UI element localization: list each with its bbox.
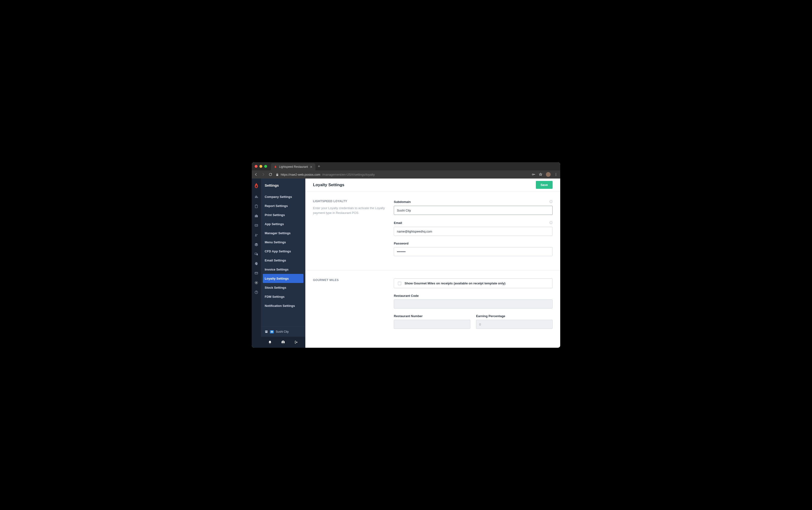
store-icon — [265, 330, 268, 333]
password-input[interactable] — [394, 247, 553, 256]
svg-point-15 — [256, 293, 256, 293]
svg-point-13 — [256, 282, 257, 283]
page-title: Loyalty Settings — [313, 183, 344, 187]
svg-point-17 — [283, 341, 284, 342]
clipboard-icon[interactable] — [254, 204, 258, 208]
dashboard-icon[interactable] — [254, 195, 258, 199]
tab-close-button[interactable]: ✕ — [310, 165, 313, 169]
users-icon[interactable] — [254, 233, 258, 237]
restaurant-code-label: Restaurant Code — [394, 294, 419, 298]
restaurant-number-input — [394, 320, 470, 329]
password-label: Password — [394, 242, 408, 245]
svg-point-9 — [257, 234, 258, 235]
flame-icon — [274, 165, 277, 169]
svg-point-1 — [556, 173, 556, 174]
window-fullscreen-button[interactable] — [264, 165, 267, 168]
traffic-lights — [255, 165, 267, 168]
sidebar-item-notification[interactable]: Notification Settings — [261, 301, 305, 310]
sidebar-item-stock[interactable]: Stock Settings — [261, 283, 305, 292]
window-close-button[interactable] — [255, 165, 258, 168]
svg-point-0 — [532, 174, 533, 175]
help-icon[interactable] — [254, 290, 258, 294]
window-minimize-button[interactable] — [259, 165, 262, 168]
browser-window: Lightspeed Restaurant ✕ + https://nae2-w… — [252, 162, 560, 348]
sidebar-item-menu[interactable]: Menu Settings — [261, 238, 305, 247]
sidebar-title: Settings — [261, 179, 305, 192]
gear-icon[interactable] — [254, 281, 258, 284]
settings-sidebar: Settings Company Settings Report Setting… — [261, 179, 305, 348]
svg-point-2 — [556, 174, 556, 175]
loyalty-section-desc: Enter your Loyalty credentials to activa… — [313, 206, 387, 215]
printer-icon[interactable] — [254, 262, 258, 266]
svg-rect-10 — [255, 253, 257, 254]
sidebar-item-app[interactable]: App Settings — [261, 219, 305, 229]
bookmark-star-icon[interactable] — [539, 173, 543, 176]
reload-button[interactable] — [268, 173, 272, 176]
loyalty-section: LIGHTSPEED LOYALTY Enter your Loyalty cr… — [305, 191, 560, 270]
sidebar-item-loyalty[interactable]: Loyalty Settings — [263, 274, 303, 283]
back-button[interactable] — [254, 173, 258, 176]
store-badge: M — [270, 330, 274, 333]
devices-icon[interactable] — [254, 252, 258, 256]
email-label: Email — [394, 221, 402, 224]
bell-icon[interactable] — [268, 340, 272, 344]
svg-point-3 — [556, 175, 556, 176]
store-selector[interactable]: M Sushi City — [261, 326, 305, 337]
kebab-menu-icon[interactable] — [554, 173, 558, 176]
sidebar-item-company[interactable]: Company Settings — [261, 192, 305, 201]
email-input[interactable] — [394, 227, 553, 236]
new-tab-button[interactable]: + — [318, 164, 320, 169]
sidebar-item-print[interactable]: Print Settings — [261, 210, 305, 219]
sidebar-item-fdm[interactable]: FDM Settings — [261, 292, 305, 301]
logout-icon[interactable] — [294, 340, 298, 344]
info-icon[interactable]: ⓘ — [549, 220, 553, 225]
key-icon[interactable] — [531, 173, 535, 176]
svg-rect-5 — [256, 205, 257, 205]
profile-avatar[interactable] — [546, 172, 551, 177]
gourmet-section: GOURMET MILES Show Gourmet Miles on rece… — [305, 270, 560, 337]
info-icon[interactable]: ⓘ — [549, 200, 553, 204]
sidebar-item-manager[interactable]: Manager Settings — [261, 229, 305, 238]
card-icon[interactable] — [254, 271, 258, 275]
loyalty-section-title: LIGHTSPEED LOYALTY — [313, 200, 387, 203]
url-host: https://nae2-web.posios.com — [281, 173, 320, 176]
svg-rect-11 — [257, 253, 258, 255]
gourmet-checkbox-row[interactable]: Show Gourmet Miles on receipts (availabl… — [394, 278, 553, 288]
store-name: Sushi City — [276, 330, 289, 333]
sidebar-items: Company Settings Report Settings Print S… — [261, 192, 305, 326]
bottom-bar — [261, 337, 305, 348]
id-card-icon[interactable] — [254, 223, 258, 227]
lock-icon — [276, 173, 279, 176]
sidebar-item-cfd[interactable]: CFD App Settings — [261, 247, 305, 256]
gourmet-section-title: GOURMET MILES — [313, 278, 387, 282]
user-icon[interactable] — [281, 340, 285, 344]
restaurant-number-label: Restaurant Number — [394, 314, 423, 318]
tab-title: Lightspeed Restaurant — [279, 165, 308, 169]
layers-icon[interactable] — [254, 243, 258, 246]
svg-rect-12 — [255, 272, 258, 274]
url-path: /management/en-US/#/settings/loyalty — [322, 173, 375, 176]
sidebar-item-invoice[interactable]: Invoice Settings — [261, 265, 305, 274]
earning-percent-input — [476, 320, 553, 329]
gourmet-checkbox-label: Show Gourmet Miles on receipts (availabl… — [405, 281, 505, 285]
address-bar: https://nae2-web.posios.com/management/e… — [252, 171, 560, 179]
sidebar-item-report[interactable]: Report Settings — [261, 201, 305, 210]
restaurant-code-input — [394, 299, 553, 308]
icon-rail — [252, 179, 261, 348]
sidebar-item-email[interactable]: Email Settings — [261, 256, 305, 265]
content-area: Loyalty Settings Save LIGHTSPEED LOYALTY… — [305, 179, 560, 348]
browser-tab[interactable]: Lightspeed Restaurant ✕ — [271, 163, 315, 171]
svg-rect-4 — [255, 205, 257, 208]
svg-rect-6 — [255, 224, 258, 226]
svg-point-7 — [256, 225, 256, 226]
subdomain-label: Subdomain — [394, 200, 411, 204]
earning-percent-label: Earning Percentage — [476, 314, 505, 318]
save-button[interactable]: Save — [536, 181, 553, 189]
logo-flame-icon[interactable] — [254, 183, 259, 189]
url-bar[interactable]: https://nae2-web.posios.com/management/e… — [276, 173, 528, 176]
svg-point-8 — [255, 234, 256, 235]
building-icon[interactable] — [254, 214, 258, 218]
forward-button[interactable] — [261, 173, 265, 176]
checkbox-icon[interactable] — [398, 282, 401, 285]
subdomain-input[interactable] — [394, 206, 553, 215]
